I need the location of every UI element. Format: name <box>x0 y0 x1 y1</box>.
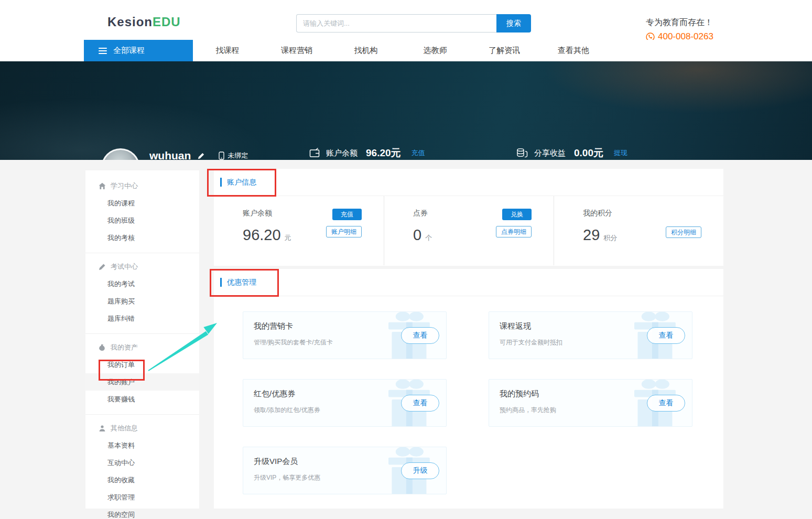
nav-items: 找课程 课程营销 找机构 选教师 了解资讯 查看其他 <box>193 40 608 61</box>
coupon-label: 点券 <box>413 209 432 218</box>
sidebar-item-my-classes[interactable]: 我的班级 <box>85 212 199 229</box>
promo-grid: 我的营销卡 管理/购买我的套餐卡/充值卡 查看 课程返现 可用于支付金额时抵扣 … <box>214 296 723 494</box>
coupon-detail-button[interactable]: 点券明细 <box>496 226 532 237</box>
coupon-unit: 个 <box>425 234 432 242</box>
account-info-row: 账户余额 96.20元 充值 账户明细 点券 0个 兑换 点券明细 <box>214 196 723 265</box>
balance-value: 96.20元 <box>243 226 291 244</box>
card-red-packet-coupon: 红包/优惠券 领取/添加的红包/优惠券 查看 <box>243 379 447 427</box>
account-info-card: 账户信息 账户余额 96.20元 充值 账户明细 点券 0个 兑换 <box>214 169 723 266</box>
view-cashback-button[interactable]: 查看 <box>647 327 685 344</box>
nav-item-find-course[interactable]: 找课程 <box>193 40 262 61</box>
view-marketing-cards-button[interactable]: 查看 <box>401 327 439 344</box>
coins-stack-icon <box>515 147 529 159</box>
nav-item-course-marketing[interactable]: 课程营销 <box>262 40 331 61</box>
sidebar-item-my-favorites[interactable]: 我的收藏 <box>85 471 199 489</box>
nav-item-others[interactable]: 查看其他 <box>539 40 608 61</box>
card-title: 红包/优惠券 <box>254 389 295 399</box>
points-label: 我的积分 <box>583 209 617 218</box>
sidebar-item-my-account[interactable]: 我的账户 <box>85 373 199 391</box>
sidebar-section-assets: 我的资产 我的订单 我的账户 我要赚钱 <box>85 334 199 415</box>
account-detail-button[interactable]: 账户明细 <box>326 226 362 237</box>
sidebar-item-my-space[interactable]: 我的空间 <box>85 506 199 519</box>
stat-value: 0.00元 <box>574 146 603 160</box>
nav-active-label: 全部课程 <box>113 46 145 56</box>
promo-card-section: 优惠管理 我的营销卡 管理/购买我的套餐卡/充值卡 查看 课程返现 可用于支付金… <box>214 269 723 509</box>
view-reservation-button[interactable]: 查看 <box>647 395 685 412</box>
card-title: 我的营销卡 <box>254 321 293 331</box>
withdraw-link[interactable]: 提现 <box>614 148 627 158</box>
recharge-button[interactable]: 充值 <box>332 209 362 220</box>
card-desc: 预约商品，率先抢购 <box>500 406 556 415</box>
sidebar-item-my-exams[interactable]: 我的考试 <box>85 275 199 293</box>
points-value: 29积分 <box>583 226 617 244</box>
recharge-link[interactable]: 充值 <box>412 148 425 158</box>
search-bar: 搜索 <box>296 14 531 33</box>
account-info-header: 账户信息 <box>214 169 723 196</box>
money-bag-icon <box>99 344 106 351</box>
promo-header: 优惠管理 <box>214 269 723 296</box>
sidebar-item-my-courses[interactable]: 我的课程 <box>85 194 199 212</box>
card-upgrade-vip: 升级VIP会员 升级VIP，畅享更多优惠 升级 <box>243 447 447 494</box>
view-coupons-button[interactable]: 查看 <box>401 395 439 412</box>
avatar[interactable] <box>101 148 140 160</box>
section-bar <box>220 178 222 187</box>
sidebar-item-job-management[interactable]: 求职管理 <box>85 489 199 506</box>
card-desc: 升级VIP，畅享更多优惠 <box>254 473 320 482</box>
coupon-value: 0个 <box>413 226 432 244</box>
sidebar-section-learning: 学习中心 我的课程 我的班级 我的考核 <box>85 172 199 253</box>
main-nav: 全部课程 找课程 课程营销 找机构 选教师 了解资讯 查看其他 <box>0 40 812 61</box>
banner-stats-right: 分享收益 0.00元 提现 总积分 29分 可用积分22分 <box>515 145 638 160</box>
stat-label: 分享收益 <box>534 148 566 158</box>
card-title: 升级VIP会员 <box>254 457 298 467</box>
sidebar-section-exam: 考试中心 我的考试 题库购买 题库纠错 <box>85 253 199 334</box>
card-marketing-cards: 我的营销卡 管理/购买我的套餐卡/充值卡 查看 <box>243 311 447 359</box>
section-bar <box>220 278 222 287</box>
sidebar-item-my-orders[interactable]: 我的订单 <box>85 356 199 373</box>
nav-item-find-institution[interactable]: 找机构 <box>331 40 400 61</box>
username: wuhuan <box>149 149 191 160</box>
logo-text-edu: EDU <box>153 15 181 29</box>
nav-item-all-courses[interactable]: 全部课程 <box>84 40 193 61</box>
sidebar-item-earn-money[interactable]: 我要赚钱 <box>85 391 199 408</box>
user-icon <box>99 425 106 432</box>
search-button[interactable]: 搜索 <box>496 14 531 33</box>
card-course-cashback: 课程返现 可用于支付金额时抵扣 查看 <box>489 311 692 359</box>
exchange-button[interactable]: 兑换 <box>502 209 532 220</box>
mobile-icon <box>219 152 224 160</box>
page: KesionEDU 搜索 专为教育而存在！ 400-008-0263 全部课程 … <box>0 0 812 519</box>
card-title: 我的预约码 <box>500 389 539 399</box>
coupon-column: 点券 0个 兑换 点券明细 <box>384 196 554 265</box>
logo[interactable]: KesionEDU <box>107 15 181 29</box>
points-column: 我的积分 29积分 积分明细 <box>554 196 723 265</box>
section-title: 账户信息 <box>227 178 256 187</box>
balance-unit: 元 <box>285 234 291 242</box>
sidebar-section-title: 我的资产 <box>85 339 199 356</box>
wallet-icon <box>308 147 321 159</box>
sidebar-section-label: 其他信息 <box>111 424 138 433</box>
stat-value: 96.20元 <box>366 146 401 160</box>
sidebar-section-other: 其他信息 基本资料 互动中心 我的收藏 求职管理 我的空间 <box>85 415 199 519</box>
nav-item-choose-teacher[interactable]: 选教师 <box>400 40 470 61</box>
sidebar-item-basic-profile[interactable]: 基本资料 <box>85 437 199 454</box>
sidebar-item-interaction-center[interactable]: 互动中心 <box>85 454 199 471</box>
balance-column: 账户余额 96.20元 充值 账户明细 <box>214 196 384 265</box>
card-desc: 可用于支付金额时抵扣 <box>500 338 562 347</box>
bind-status-row[interactable]: 未绑定 <box>219 151 248 160</box>
contact-block: 专为教育而存在！ 400-008-0263 <box>646 17 713 42</box>
sidebar-item-my-assessment[interactable]: 我的考核 <box>85 229 199 246</box>
points-detail-button[interactable]: 积分明细 <box>666 226 701 238</box>
sidebar-item-question-bank-purchase[interactable]: 题库购买 <box>85 293 199 310</box>
sidebar-item-question-bank-correction[interactable]: 题库纠错 <box>85 310 199 327</box>
sidebar-section-title: 学习中心 <box>85 178 199 194</box>
card-title: 课程返现 <box>500 321 531 331</box>
upgrade-vip-button[interactable]: 升级 <box>401 462 439 479</box>
bind-status: 未绑定 <box>228 151 248 160</box>
edit-name-icon[interactable] <box>197 152 205 160</box>
stat-balance: 账户余额 96.20元 充值 <box>308 145 425 160</box>
user-banner: wuhuan 未绑定 VIP会员 已签到 | 签到记录 账户余额 96.20元 … <box>0 61 812 160</box>
logo-text-kesion: Kesion <box>107 15 153 29</box>
sidebar-section-label: 学习中心 <box>111 181 138 191</box>
nav-item-news[interactable]: 了解资讯 <box>470 40 539 61</box>
card-desc: 领取/添加的红包/优惠券 <box>254 406 320 415</box>
search-input[interactable] <box>296 14 496 33</box>
